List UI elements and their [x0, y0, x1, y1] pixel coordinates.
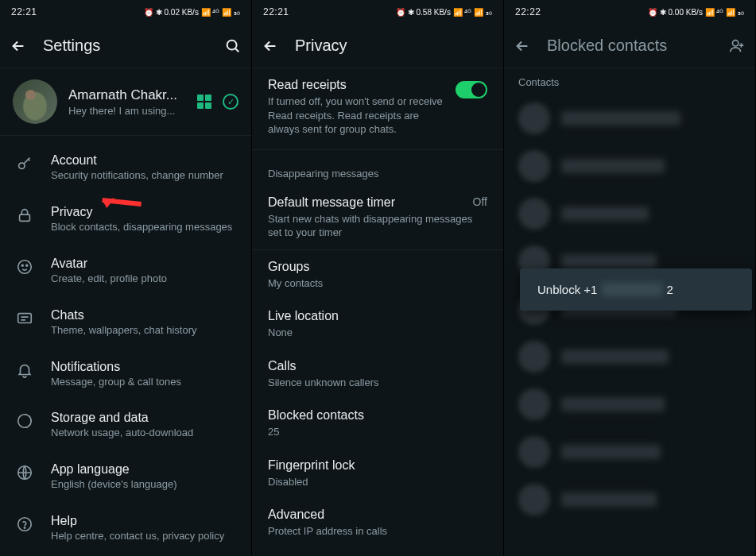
calls-row[interactable]: CallsSilence unknown callers — [252, 349, 503, 400]
item-title: Help — [51, 514, 238, 528]
contact-avatar — [518, 150, 550, 182]
contact-name-redacted — [561, 349, 669, 364]
item-desc: Block contacts, disappearing messages — [51, 221, 238, 234]
svg-point-5 — [26, 264, 28, 266]
profile-name: Amarnath Chakr... — [68, 87, 186, 103]
fingerprint-lock-row[interactable]: Fingerprint lockDisabled — [252, 449, 503, 499]
app-bar: Blocked contacts — [504, 24, 755, 68]
contact-name-redacted — [561, 445, 661, 459]
item-title: Default message timer — [268, 195, 473, 210]
contact-avatar — [518, 102, 550, 134]
settings-item-help[interactable]: HelpHelp centre, contact us, privacy pol… — [0, 503, 251, 554]
settings-item-notifications[interactable]: NotificationsMessage, group & call tones — [0, 349, 251, 400]
clock-time: 22:21 — [263, 6, 289, 17]
settings-item-account[interactable]: AccountSecurity notifications, change nu… — [0, 142, 251, 194]
contact-row[interactable] — [504, 190, 755, 237]
svg-point-11 — [733, 40, 739, 45]
bell-icon — [16, 361, 33, 379]
item-title: Read receipts — [268, 78, 448, 92]
unblock-context-menu[interactable]: Unblock +1 00 000 000 2 — [520, 268, 752, 311]
qr-code-icon[interactable] — [197, 95, 211, 109]
settings-item-language[interactable]: App languageEnglish (device's language) — [0, 451, 251, 503]
item-desc: My contacts — [268, 276, 487, 291]
contact-name-redacted — [561, 207, 649, 221]
check-circle-icon[interactable]: ✓ — [223, 94, 238, 110]
add-person-icon[interactable] — [728, 37, 746, 55]
item-desc: Start new chats with disappearing messag… — [268, 212, 473, 240]
item-title: Fingerprint lock — [268, 458, 487, 473]
groups-row[interactable]: GroupsMy contacts — [252, 250, 503, 300]
item-desc: Security notifications, change number — [51, 169, 238, 183]
face-icon — [16, 258, 33, 276]
contact-avatar — [518, 341, 550, 373]
contact-row[interactable] — [504, 476, 755, 523]
item-desc: Network usage, auto-download — [51, 427, 238, 440]
contacts-section-header: Contacts — [504, 68, 755, 95]
read-receipts-toggle[interactable] — [456, 81, 487, 98]
svg-point-4 — [21, 264, 23, 266]
item-title: Notifications — [51, 360, 238, 374]
privacy-screen: 22:21 ⏰ ✱ 0.58 KB/s 📶 ⁴ᴳ 📶 ₃₀ Privacy Re… — [252, 0, 504, 556]
contact-name-redacted — [561, 159, 665, 173]
privacy-content: Read receipts If turned off, you won't s… — [252, 68, 503, 548]
avatar — [13, 79, 57, 124]
contact-row[interactable] — [504, 333, 755, 380]
contact-name-redacted — [561, 397, 665, 411]
item-title: Calls — [268, 359, 487, 373]
status-indicators: ⏰ ✱ 0.00 KB/s 📶 ⁴ᴳ 📶 ₃₀ — [648, 8, 744, 17]
contact-avatar — [518, 388, 550, 420]
contact-row[interactable] — [504, 380, 755, 428]
app-bar: Privacy — [252, 24, 503, 68]
item-desc: Help centre, contact us, privacy policy — [51, 530, 238, 543]
item-desc: Theme, wallpapers, chat history — [51, 324, 238, 338]
svg-point-0 — [227, 40, 237, 49]
svg-point-10 — [24, 527, 25, 528]
advanced-row[interactable]: AdvancedProtect IP address in calls — [252, 498, 503, 548]
contact-avatar — [518, 436, 550, 468]
item-title: Groups — [268, 260, 487, 274]
help-icon — [16, 515, 33, 533]
settings-list: AccountSecurity notifications, change nu… — [0, 136, 251, 556]
item-desc: Disabled — [268, 475, 487, 489]
item-title: Storage and data — [51, 411, 238, 425]
status-bar: 22:21 ⏰ ✱ 0.02 KB/s 📶 ⁴ᴳ 📶 ₃₀ — [0, 0, 251, 24]
profile-status: Hey there! I am using... — [68, 105, 186, 117]
profile-actions: ✓ — [197, 94, 238, 110]
profile-row[interactable]: Amarnath Chakr... Hey there! I am using.… — [0, 68, 251, 136]
back-icon[interactable] — [262, 37, 279, 55]
settings-item-privacy[interactable]: PrivacyBlock contacts, disappearing mess… — [0, 194, 251, 245]
contact-row[interactable] — [504, 428, 755, 476]
app-bar: Settings — [0, 24, 251, 68]
search-icon[interactable] — [224, 37, 242, 55]
item-title: Account — [51, 153, 238, 168]
item-title: Chats — [51, 308, 238, 322]
contact-row[interactable] — [504, 142, 755, 190]
svg-point-1 — [19, 163, 25, 168]
settings-item-chats[interactable]: ChatsTheme, wallpapers, chat history — [0, 297, 251, 349]
lock-icon — [16, 207, 33, 224]
back-icon[interactable] — [514, 37, 531, 55]
item-desc: Create, edit, profile photo — [51, 272, 238, 286]
profile-text: Amarnath Chakr... Hey there! I am using.… — [68, 87, 186, 117]
contact-avatar — [518, 198, 550, 230]
item-desc: Protect IP address in calls — [268, 524, 487, 539]
back-icon[interactable] — [10, 37, 27, 55]
chat-icon — [16, 310, 33, 327]
page-title: Privacy — [295, 37, 494, 55]
settings-item-avatar[interactable]: AvatarCreate, edit, profile photo — [0, 245, 251, 297]
item-title: Advanced — [268, 508, 487, 522]
status-indicators: ⏰ ✱ 0.02 KB/s 📶 ⁴ᴳ 📶 ₃₀ — [144, 8, 240, 17]
page-title: Blocked contacts — [547, 37, 712, 55]
blocked-contacts-row[interactable]: Blocked contacts25 — [252, 399, 503, 449]
status-bar: 22:22 ⏰ ✱ 0.00 KB/s 📶 ⁴ᴳ 📶 ₃₀ — [504, 0, 755, 24]
item-desc: Message, group & call tones — [51, 376, 238, 389]
default-timer-row[interactable]: Default message timer Start new chats wi… — [252, 186, 503, 249]
contact-row[interactable] — [504, 95, 755, 142]
item-desc: If turned off, you won't send or receive… — [268, 95, 448, 137]
svg-rect-2 — [20, 214, 30, 221]
read-receipts-row[interactable]: Read receipts If turned off, you won't s… — [252, 68, 503, 149]
settings-item-storage[interactable]: Storage and dataNetwork usage, auto-down… — [0, 400, 251, 451]
blocked-contacts-screen: 22:22 ⏰ ✱ 0.00 KB/s 📶 ⁴ᴳ 📶 ₃₀ Blocked co… — [504, 0, 756, 556]
live-location-row[interactable]: Live locationNone — [252, 299, 503, 349]
status-indicators: ⏰ ✱ 0.58 KB/s 📶 ⁴ᴳ 📶 ₃₀ — [396, 8, 492, 17]
